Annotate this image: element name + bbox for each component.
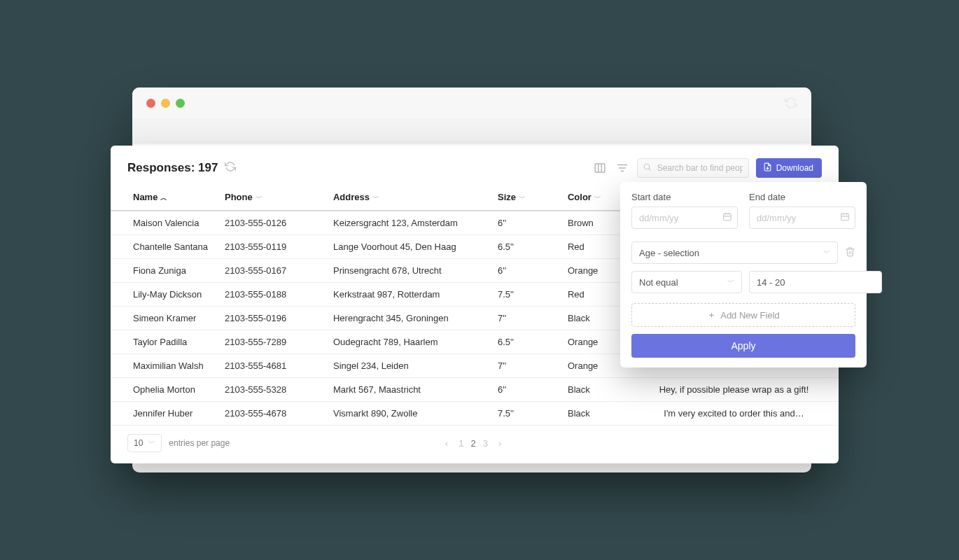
plus-icon: ＋ <box>707 309 716 321</box>
calendar-icon[interactable] <box>722 212 732 224</box>
svg-rect-13 <box>841 214 849 220</box>
window-minimize-button[interactable] <box>161 99 170 108</box>
page-prev[interactable]: ‹ <box>445 438 448 449</box>
filter-field-select[interactable]: Age - selection ﹀ <box>631 241 838 264</box>
table-row[interactable]: Jennifer Huber2103-555-4678Vismarkt 890,… <box>111 402 839 426</box>
cell-name: Jennifer Huber <box>111 402 216 426</box>
cell-address: Prinsengracht 678, Utrecht <box>325 259 489 283</box>
cell-name: Chantelle Santana <box>111 235 216 259</box>
cell-size: 7.5'' <box>489 402 559 426</box>
window-maximize-button[interactable] <box>176 99 185 108</box>
chevron-down-icon: ﹀ <box>823 248 830 258</box>
download-icon <box>763 162 772 174</box>
responses-label: Responses: <box>127 161 195 174</box>
cell-address: Lange Voorhout 45, Den Haag <box>325 235 489 259</box>
svg-rect-0 <box>595 164 605 172</box>
cell-address: Kerkstraat 987, Rotterdam <box>325 283 489 307</box>
cell-color: Black <box>559 402 629 426</box>
search-wrap <box>637 158 749 178</box>
cell-color: Orange <box>559 354 629 378</box>
cell-name: Ophelia Morton <box>111 378 216 402</box>
filter-operator-select[interactable]: Not equal ﹀ <box>631 271 742 293</box>
cell-size: 6'' <box>489 378 559 402</box>
cell-phone: 2103-555-4681 <box>216 354 325 378</box>
cell-address: Singel 234, Leiden <box>325 354 489 378</box>
per-page-label: entries per page <box>169 438 230 448</box>
responses-count: 197 <box>198 161 218 174</box>
download-button[interactable]: Download <box>756 158 822 178</box>
svg-point-6 <box>644 164 650 169</box>
panel-footer: 10 ﹀ entries per page ‹ 123 › <box>111 426 839 456</box>
chevron-down-icon: ﹀ <box>594 194 601 202</box>
filter-value-input[interactable] <box>749 271 882 293</box>
cell-size: 7'' <box>489 354 559 378</box>
sync-icon <box>785 97 797 109</box>
window-close-button[interactable] <box>146 99 155 108</box>
panel-header: Responses: 197 <box>111 146 839 185</box>
cell-phone: 2103-555-0196 <box>216 307 325 330</box>
apply-button[interactable]: Apply <box>631 334 855 358</box>
page-number[interactable]: 2 <box>470 438 475 449</box>
cell-address: Keizersgracht 123, Amsterdam <box>325 211 489 235</box>
cell-name: Maison Valencia <box>111 211 216 235</box>
delete-filter-icon[interactable] <box>845 246 855 259</box>
sort-asc-icon: ︿ <box>160 194 167 202</box>
chevron-down-icon: ﹀ <box>255 194 262 202</box>
cell-address: Herengracht 345, Groningen <box>325 307 489 330</box>
columns-icon[interactable] <box>592 160 608 176</box>
panel-header-actions: Download <box>592 158 822 178</box>
cell-size: 6.5'' <box>489 330 559 354</box>
chevron-down-icon: ﹀ <box>727 277 734 287</box>
end-date-label: End date <box>749 192 855 202</box>
svg-line-7 <box>649 169 650 170</box>
cell-phone: 2103-555-4678 <box>216 402 325 426</box>
cell-phone: 2103-555-0167 <box>216 259 325 283</box>
cell-phone: 2103-555-5328 <box>216 378 325 402</box>
browser-titlebar <box>132 88 811 118</box>
col-header-phone[interactable]: Phone﹀ <box>216 185 325 211</box>
page-next[interactable]: › <box>498 438 501 449</box>
cell-color: Orange <box>559 330 629 354</box>
chevron-down-icon: ﹀ <box>519 194 526 202</box>
filter-icon[interactable] <box>615 160 630 176</box>
chevron-down-icon: ﹀ <box>148 438 155 448</box>
cell-phone: 2103-555-0119 <box>216 235 325 259</box>
cell-phone: 2103-555-0126 <box>216 211 325 235</box>
search-icon <box>643 162 652 174</box>
cell-size: 7'' <box>489 307 559 330</box>
col-header-size[interactable]: Size﹀ <box>489 185 559 211</box>
cell-color: Red <box>559 235 629 259</box>
refresh-icon[interactable] <box>225 161 236 176</box>
cell-address: Markt 567, Maastricht <box>325 378 489 402</box>
col-header-color[interactable]: Color﹀ <box>559 185 629 211</box>
per-page-value: 10 <box>134 438 143 448</box>
cell-name: Maximilian Walsh <box>111 354 216 378</box>
page-number[interactable]: 1 <box>458 438 463 449</box>
date-range-row: Start date End date <box>631 192 855 229</box>
chevron-down-icon: ﹀ <box>372 194 379 202</box>
page-number[interactable]: 3 <box>483 438 488 449</box>
add-field-button[interactable]: ＋ Add New Field <box>631 303 855 327</box>
cell-size: 6.5'' <box>489 235 559 259</box>
table-row[interactable]: Ophelia Morton2103-555-5328Markt 567, Ma… <box>111 378 839 402</box>
svg-rect-9 <box>724 214 732 220</box>
start-date-label: Start date <box>631 192 738 202</box>
pagination: ‹ 123 › <box>445 438 501 449</box>
per-page-control: 10 ﹀ entries per page <box>127 434 230 452</box>
filter-condition-row: Not equal ﹀ <box>631 271 855 293</box>
cell-name: Simeon Kramer <box>111 307 216 330</box>
search-input[interactable] <box>637 158 749 178</box>
cell-name: Lily-May Dickson <box>111 283 216 307</box>
cell-color: Red <box>559 283 629 307</box>
cell-size: 6'' <box>489 211 559 235</box>
cell-address: Vismarkt 890, Zwolle <box>325 402 489 426</box>
filter-field-row: Age - selection ﹀ <box>631 241 855 264</box>
calendar-icon[interactable] <box>840 212 850 224</box>
per-page-select[interactable]: 10 ﹀ <box>127 434 162 452</box>
browser-toolbar <box>132 118 811 144</box>
col-header-name[interactable]: Name︿ <box>111 185 216 211</box>
col-header-address[interactable]: Address﹀ <box>325 185 489 211</box>
cell-notes: Hey, if possible please wrap as a gift! <box>629 378 839 402</box>
cell-color: Black <box>559 307 629 330</box>
cell-color: Brown <box>559 211 629 235</box>
